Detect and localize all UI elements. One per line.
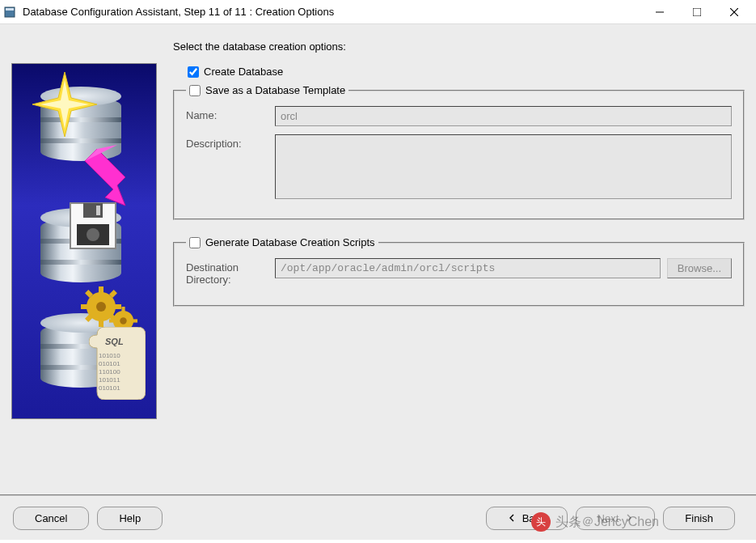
floppy-disk-icon (69, 202, 117, 250)
svg-text:101011: 101011 (99, 376, 120, 384)
destination-directory-label: Destination Directory: (186, 258, 275, 286)
close-button[interactable] (716, 0, 753, 24)
watermark-icon: 头 (531, 512, 551, 532)
svg-point-30 (120, 317, 126, 324)
template-name-label: Name: (186, 106, 275, 121)
svg-rect-28 (109, 319, 115, 322)
svg-point-14 (87, 228, 99, 241)
app-icon (3, 6, 16, 19)
svg-text:SQL: SQL (105, 337, 124, 346)
svg-text:101010: 101010 (99, 352, 120, 359)
save-template-checkbox[interactable] (189, 85, 201, 96)
watermark: 头 头条＠JencyChen (531, 512, 659, 532)
svg-rect-3 (693, 8, 701, 16)
browse-button[interactable]: Browse... (667, 258, 732, 278)
template-fieldset: Save as a Database Template Name: Descri… (173, 84, 745, 220)
template-description-input[interactable] (275, 134, 732, 199)
svg-rect-18 (81, 304, 89, 309)
destination-directory-input[interactable] (275, 258, 661, 278)
window-title: Database Configuration Assistant, Step 1… (23, 6, 641, 18)
svg-rect-16 (99, 286, 103, 295)
svg-rect-1 (6, 8, 14, 11)
template-name-input[interactable] (275, 106, 732, 126)
watermark-text: 头条＠JencyChen (555, 514, 659, 531)
sql-script-icon: SQL 101010 010101 110100 101011 010101 (89, 327, 146, 400)
window-controls (641, 0, 753, 24)
scripts-fieldset: Generate Database Creation Scripts Desti… (173, 236, 745, 307)
content-area: SQL 101010 010101 110100 101011 010101 S… (0, 24, 756, 494)
cancel-button[interactable]: Cancel (13, 507, 89, 530)
sparkle-icon (32, 72, 97, 137)
create-database-checkbox[interactable] (188, 66, 199, 78)
main-panel: Select the database creation options: Cr… (173, 34, 745, 494)
arrow-icon (85, 145, 157, 210)
wizard-sidebar-image: SQL 101010 010101 110100 101011 010101 (11, 63, 157, 419)
minimize-button[interactable] (641, 0, 678, 24)
create-database-label: Create Database (204, 66, 283, 78)
help-button[interactable]: Help (97, 507, 163, 530)
create-database-checkbox-row: Create Database (188, 66, 745, 78)
intro-text: Select the database creation options: (173, 40, 745, 53)
template-description-label: Description: (186, 134, 275, 150)
maximize-button[interactable] (678, 0, 716, 24)
svg-rect-29 (132, 319, 137, 322)
titlebar: Database Configuration Assistant, Step 1… (0, 0, 756, 24)
save-template-legend: Save as a Database Template (205, 84, 345, 96)
svg-text:010101: 010101 (99, 384, 120, 392)
finish-button[interactable]: Finish (663, 507, 735, 530)
svg-rect-12 (96, 206, 100, 215)
svg-rect-17 (99, 319, 103, 327)
svg-text:110100: 110100 (99, 368, 120, 375)
generate-scripts-legend: Generate Database Creation Scripts (205, 236, 375, 248)
svg-point-24 (96, 302, 106, 312)
svg-marker-7 (40, 80, 89, 129)
generate-scripts-checkbox[interactable] (189, 237, 201, 248)
svg-text:010101: 010101 (99, 360, 120, 367)
back-arrow-icon (508, 512, 516, 524)
svg-rect-26 (121, 307, 125, 312)
